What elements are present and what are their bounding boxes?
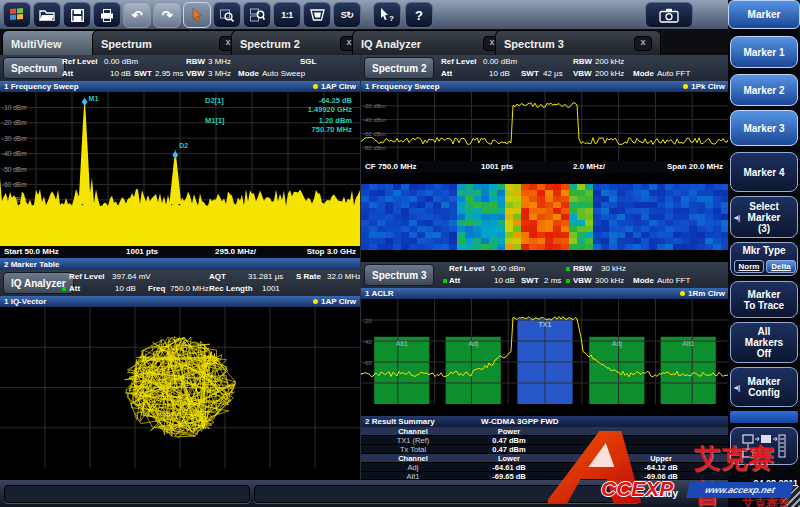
- save-icon: [71, 9, 84, 22]
- display-update-icon: [310, 9, 325, 21]
- marker-1-button[interactable]: Marker 1: [730, 36, 798, 68]
- svg-text:-40 dBm: -40 dBm: [2, 150, 27, 157]
- svg-text:Adj: Adj: [612, 340, 623, 348]
- svg-text:-30 dBm: -30 dBm: [2, 135, 27, 142]
- marker-3-button[interactable]: Marker 3: [730, 110, 798, 146]
- analyzer-window: ↶ ↷ 1:1: [0, 0, 800, 507]
- close-icon[interactable]: x: [634, 36, 652, 51]
- ref-level-value: 5.00 dBm: [491, 264, 525, 273]
- zoom-1-1-button[interactable]: 1:1: [273, 2, 301, 28]
- tab-spectrum-2[interactable]: Spectrum 2 x: [231, 30, 367, 56]
- display-update-button[interactable]: [303, 2, 331, 28]
- undo-button[interactable]: ↶: [123, 2, 151, 28]
- sequencer-overview-button[interactable]: [730, 427, 798, 465]
- trace-label: 1Rm Clrw: [688, 289, 725, 298]
- spectrum3-titlebar: 1 ACLR 1Rm Clrw: [361, 288, 729, 299]
- tab-spectrum-3[interactable]: Spectrum 3 x: [495, 30, 661, 56]
- camera-icon: [659, 8, 679, 23]
- ready-status: Ready: [648, 488, 678, 499]
- marker-config-button[interactable]: ◂| Marker Config: [730, 367, 798, 407]
- select-cursor-button[interactable]: [183, 2, 211, 28]
- spectrum2-device-button[interactable]: Spectrum 2: [364, 57, 434, 79]
- print-button[interactable]: [93, 2, 121, 28]
- att-value: 10 dB: [110, 69, 131, 78]
- mode-label: Mode: [633, 276, 654, 285]
- svg-text:-60: -60: [363, 360, 372, 366]
- mode-label: Mode: [633, 69, 654, 78]
- mode-value: Auto FFT: [657, 276, 690, 285]
- zoom-area-button[interactable]: [213, 2, 241, 28]
- spectrum3-device-button[interactable]: Spectrum 3: [364, 264, 434, 286]
- tab-label: IQ Analyzer: [361, 38, 421, 50]
- marker-menu-header[interactable]: Marker: [728, 0, 800, 29]
- more-arrow-icon: ◂|: [734, 212, 740, 223]
- mode-value: Auto Sweep: [262, 69, 305, 78]
- status-dot: [443, 279, 447, 283]
- select-cursor-icon: [191, 8, 203, 22]
- open-folder-icon: [39, 9, 55, 21]
- windows-logo-icon[interactable]: [3, 2, 31, 28]
- table-row: Alt1 -69.65 dB -69.06 dB: [361, 472, 729, 480]
- undo-icon: ↶: [132, 8, 143, 23]
- svg-text:Alt1: Alt1: [396, 340, 408, 347]
- tab-spectrum[interactable]: Spectrum x: [92, 30, 246, 56]
- spectrum1-device-button[interactable]: Spectrum: [3, 57, 65, 79]
- svg-text:M1[1]: M1[1]: [205, 116, 225, 125]
- svg-text:-64.25 dB: -64.25 dB: [319, 96, 353, 105]
- screenshot-button[interactable]: [645, 2, 693, 28]
- att-label: Att: [62, 69, 73, 78]
- spectrum1-axis: Start 50.0 MHz 1001 pts 295.0 MHz/ Stop …: [0, 246, 360, 258]
- vbw-label: VBW: [573, 276, 592, 285]
- toolbar: ↶ ↷ 1:1: [0, 0, 800, 30]
- save-button[interactable]: [63, 2, 91, 28]
- zoom-windows-button[interactable]: [243, 2, 271, 28]
- help-icon: ?: [415, 8, 423, 23]
- sequencer-button[interactable]: S↻: [333, 2, 361, 28]
- all-markers-off-button[interactable]: All Markers Off: [730, 322, 798, 363]
- table-row: Tx Total 0.47 dBm: [361, 445, 729, 454]
- tab-multiview[interactable]: MultiView: [2, 30, 106, 56]
- mkr-type-norm-button[interactable]: Norm: [734, 260, 764, 273]
- marker-2-button[interactable]: Marker 2: [730, 74, 798, 106]
- svg-text:1.20 dBm: 1.20 dBm: [319, 116, 353, 125]
- help-button[interactable]: ?: [405, 2, 433, 28]
- ref-level-label: Ref Level: [449, 264, 485, 273]
- vbw-label: VBW: [186, 69, 205, 78]
- marker-4-button[interactable]: Marker 4: [730, 152, 798, 192]
- svg-text:-40 dBm: -40 dBm: [363, 117, 386, 123]
- help-select-button[interactable]: ?: [373, 2, 401, 28]
- axis-points: 1001 pts: [126, 247, 158, 256]
- tab-iq-analyzer[interactable]: IQ Analyzer x: [352, 30, 510, 56]
- iq-vector-chart: [0, 307, 360, 468]
- window-title: 2 Marker Table: [4, 260, 59, 269]
- result-summary: 2 Result Summary W-CDMA 3GPP FWD Channel…: [361, 416, 729, 480]
- svg-text:-10 dBm: -10 dBm: [2, 104, 27, 111]
- rec-length-value: 1001: [262, 284, 280, 293]
- trace-label: 1AP Clrw: [321, 82, 356, 91]
- svg-text:-40: -40: [363, 339, 372, 345]
- open-button[interactable]: [33, 2, 61, 28]
- att-label: Att: [449, 276, 460, 285]
- s-rate-value: 32.0 MHz: [327, 272, 361, 281]
- zoom-1-1-icon: 1:1: [281, 10, 293, 20]
- svg-text:TX1: TX1: [539, 321, 552, 328]
- aqt-value: 31.281 μs: [248, 272, 283, 281]
- marker-to-trace-button[interactable]: Marker To Trace: [730, 281, 798, 318]
- rbw-value: 3 MHz: [208, 57, 231, 66]
- help-select-icon: ?: [380, 8, 395, 22]
- zoom-windows-icon: [250, 8, 265, 22]
- marker-table-titlebar: 2 Marker Table: [0, 258, 360, 270]
- spectrum1-header: Spectrum Ref Level 0.00 dBm RBW 3 MHz SG…: [0, 55, 360, 82]
- svg-text:-80 dBm: -80 dBm: [363, 145, 386, 151]
- window-title: 1 Frequency Sweep: [4, 82, 79, 91]
- spectrum2-titlebar: 1 Frequency Sweep 1Pk Clrw: [361, 81, 729, 92]
- ref-level-label: Ref Level: [62, 57, 98, 66]
- print-icon: [100, 9, 114, 22]
- swt-value: 2.95 ms: [155, 69, 183, 78]
- redo-button[interactable]: ↷: [153, 2, 181, 28]
- mkr-type-delta-button[interactable]: Delta: [766, 260, 796, 273]
- status-groove: [4, 485, 250, 503]
- svg-text:-20: -20: [363, 318, 372, 324]
- select-marker-button[interactable]: ◂| Select Marker (3): [730, 196, 798, 238]
- ref-level-label: Ref Level: [69, 272, 105, 281]
